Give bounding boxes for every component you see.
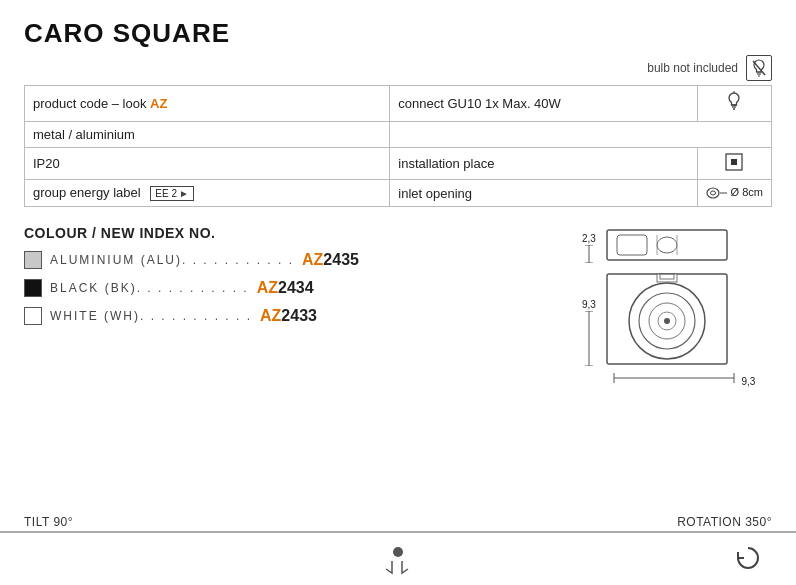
installation-place-label: installation place — [398, 156, 494, 171]
product-code-label: product code – look — [33, 96, 146, 111]
colour-section-title: COLOUR / NEW INDEX NO. — [24, 225, 556, 241]
lamp-icon-cell — [697, 86, 771, 122]
colour-az-white: AZ — [260, 307, 281, 324]
table-row-ip: IP20 installation place — [25, 148, 772, 180]
diagram-area: 2,3 9,3 — [572, 225, 772, 387]
svg-rect-17 — [617, 235, 647, 255]
dim-top-label: 2,3 — [582, 233, 596, 263]
colour-az-aluminium: AZ — [302, 251, 323, 268]
svg-point-10 — [707, 188, 719, 198]
inlet-opening-label: inlet opening — [398, 186, 472, 201]
specs-table: product code – look AZ connect GU10 1x M… — [24, 85, 772, 207]
table-row-product-code: product code – look AZ connect GU10 1x M… — [25, 86, 772, 122]
tilt-arrows — [384, 547, 412, 577]
installation-place-cell: installation place — [390, 148, 697, 180]
tilt-rotation-line — [0, 531, 796, 533]
colour-az-black: AZ — [257, 279, 278, 296]
colour-section: COLOUR / NEW INDEX NO. ALUMINIUM (ALU). … — [24, 225, 772, 387]
colour-swatch-black — [24, 279, 42, 297]
tilt-rotation-labels: TILT 90° ROTATION 350° — [24, 515, 772, 529]
colour-num-black: 2434 — [278, 279, 314, 296]
rotation-label: ROTATION 350° — [677, 515, 772, 529]
product-code-cell: product code – look AZ — [25, 86, 390, 122]
rotation-icon — [734, 544, 762, 575]
colour-code-aluminium: AZ2435 — [302, 251, 359, 269]
side-view-diagram — [602, 269, 732, 369]
energy-label: group energy label — [33, 185, 141, 200]
dim-side-value: 9,3 — [582, 299, 596, 310]
colour-swatch-aluminium — [24, 251, 42, 269]
colour-num-white: 2433 — [281, 307, 317, 324]
top-view-diagram — [602, 225, 732, 265]
installation-icon-cell — [697, 148, 771, 180]
table-row-material: metal / aluminium — [25, 122, 772, 148]
dim-bottom-value: 9,3 — [741, 376, 755, 387]
bulb-line: bulb not included — [24, 55, 772, 81]
energy-cell: group energy label EE 2 ► — [25, 180, 390, 207]
material-label: metal / aluminium — [33, 127, 135, 142]
connect-label: connect GU10 1x Max. 40W — [398, 96, 561, 111]
connect-cell: connect GU10 1x Max. 40W — [390, 86, 697, 122]
list-item: ALUMINIUM (ALU). . . . . . . . . . . AZ2… — [24, 251, 556, 269]
colour-num-aluminium: 2435 — [323, 251, 359, 268]
list-item: WHITE (WH). . . . . . . . . . . AZ2433 — [24, 307, 556, 325]
bulb-not-included-label: bulb not included — [647, 61, 738, 75]
dim-side-label: 9,3 — [582, 299, 596, 366]
material-cell: metal / aluminium — [25, 122, 390, 148]
svg-point-18 — [657, 237, 677, 253]
inlet-opening-cell: inlet opening — [390, 180, 697, 207]
bottom-section: TILT 90° ROTATION 350° — [0, 505, 796, 585]
ip-cell: IP20 — [25, 148, 390, 180]
energy-badge-text: EE 2 — [155, 188, 177, 199]
colour-code-white: AZ2433 — [260, 307, 317, 325]
colour-name-black: BLACK (BK). . . . . . . . . . . — [50, 281, 249, 295]
colour-name-aluminium: ALUMINIUM (ALU). . . . . . . . . . . — [50, 253, 294, 267]
colour-name-white: WHITE (WH). . . . . . . . . . . — [50, 309, 252, 323]
tilt-label: TILT 90° — [24, 515, 73, 529]
product-code-value: AZ — [150, 96, 167, 111]
rotation-arrow-icon — [734, 544, 762, 572]
inlet-icon-cell: Ø 8cm — [697, 180, 771, 207]
inlet-diameter: Ø 8cm — [731, 186, 763, 198]
tilt-circle — [393, 547, 403, 557]
svg-rect-9 — [731, 159, 737, 165]
table-row-energy: group energy label EE 2 ► inlet opening … — [25, 180, 772, 207]
dim-top-value: 2,3 — [582, 233, 596, 244]
material-right-cell — [390, 122, 772, 148]
energy-badge: EE 2 ► — [150, 186, 194, 201]
colour-list: COLOUR / NEW INDEX NO. ALUMINIUM (ALU). … — [24, 225, 556, 387]
colour-swatch-white — [24, 307, 42, 325]
bulb-icon — [746, 55, 772, 81]
list-item: BLACK (BK). . . . . . . . . . . AZ2434 — [24, 279, 556, 297]
ip-label: IP20 — [33, 156, 60, 171]
svg-point-29 — [664, 318, 670, 324]
colour-code-black: AZ2434 — [257, 279, 314, 297]
page: CARO SQUARE bulb not included product co… — [0, 0, 796, 585]
tilt-arrow-icon — [384, 559, 412, 577]
page-title: CARO SQUARE — [24, 18, 772, 49]
svg-point-11 — [710, 191, 715, 195]
dim-bottom-label: 9,3 — [609, 371, 756, 387]
